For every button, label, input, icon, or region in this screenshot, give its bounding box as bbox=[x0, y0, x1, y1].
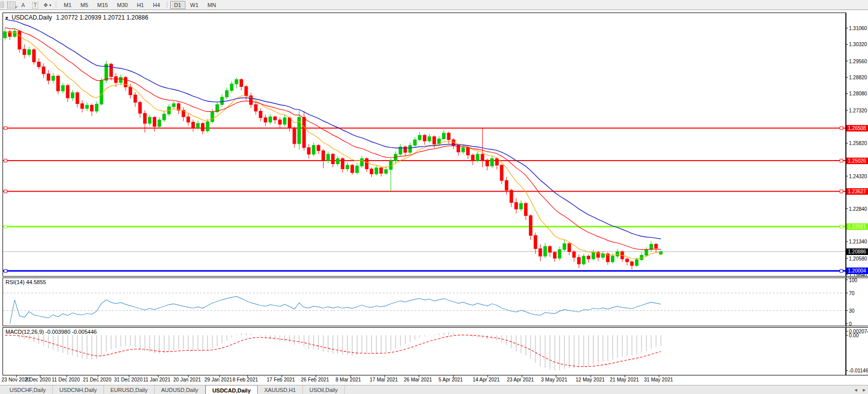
price-axis-label: 1.29560 bbox=[849, 59, 867, 64]
date-label: 21 Dec 2020 bbox=[83, 377, 112, 382]
top-toolbar: F A T ❖ ▾ M1M5M15M30H1H4D1W1MN bbox=[0, 0, 868, 10]
timeframe-toolbar: M1M5M15M30H1H4D1W1MN bbox=[59, 1, 221, 9]
toolbar-separator bbox=[167, 2, 168, 8]
macd-axis-label: 0.00 bbox=[849, 333, 858, 338]
letter-a-icon: A bbox=[21, 2, 25, 9]
line-handle bbox=[4, 225, 7, 228]
collapse-triangle-icon[interactable]: ▼ bbox=[5, 16, 9, 21]
ohlc-values-label: 1.20772 1.20939 1.20721 1.20886 bbox=[56, 14, 149, 21]
letter-t-icon: T bbox=[32, 2, 38, 9]
rsi-axis-label: 30 bbox=[849, 308, 854, 314]
macd-indicator-label: MACD(12,26,9) -0.003980 -0.005446 bbox=[6, 329, 97, 335]
chart-tab-audusd[interactable]: AUDUSD,Daily bbox=[155, 385, 205, 394]
line-handle bbox=[4, 126, 7, 129]
date-label: 17 Feb 2021 bbox=[267, 377, 295, 382]
timeframe-button-m5[interactable]: M5 bbox=[76, 1, 92, 9]
date-label: 23 Apr 2021 bbox=[507, 377, 534, 382]
hline-price-label: 1.23627 bbox=[846, 188, 868, 195]
line-handle bbox=[840, 190, 843, 193]
chart-tab-usdchf[interactable]: USDCHF,Daily bbox=[3, 385, 53, 394]
date-label: 31 Dec 2020 bbox=[114, 377, 143, 382]
timeframe-button-mn[interactable]: MN bbox=[203, 1, 220, 9]
date-label: 21 May 2021 bbox=[610, 377, 639, 382]
price-axis-label: 1.31060 bbox=[849, 26, 867, 31]
chart-grid-button[interactable]: F bbox=[6, 1, 16, 9]
dropdown-caret-icon: ▾ bbox=[49, 2, 51, 9]
price-axis-label: 1.28820 bbox=[849, 75, 867, 80]
price-axis-label: 1.20580 bbox=[849, 256, 867, 261]
price-axis-label: 1.24320 bbox=[849, 174, 867, 179]
macd-axis-label: -0.011462 bbox=[849, 368, 868, 373]
text-label-button[interactable]: T bbox=[30, 1, 40, 9]
date-label: 8 Feb 2021 bbox=[233, 377, 258, 382]
date-label: 11 Dec 2020 bbox=[52, 377, 80, 382]
price-axis-label: 1.21340 bbox=[849, 239, 867, 244]
timeframe-button-m30[interactable]: M30 bbox=[113, 1, 132, 9]
timeframe-button-h1[interactable]: H1 bbox=[133, 1, 148, 9]
symbol-period-label: USDCAD,Daily bbox=[12, 14, 52, 21]
date-label: 2 Dec 2020 bbox=[25, 377, 51, 382]
date-label: 8 Mar 2021 bbox=[336, 377, 361, 382]
date-label: 31 May 2021 bbox=[644, 377, 673, 382]
timeframe-button-w1[interactable]: W1 bbox=[186, 1, 203, 9]
hline-price-label: 1.26508 bbox=[846, 125, 868, 132]
chart-tab-usdcad[interactable]: USDCAD,Daily bbox=[205, 385, 258, 394]
hline-price-label: 1.22021 bbox=[846, 223, 868, 230]
mt4-terminal-window: { "toolbar": { "grid_icon_text": "F", "f… bbox=[0, 0, 868, 394]
line-handle bbox=[840, 270, 843, 273]
rsi-axis-label: 100 bbox=[849, 278, 857, 283]
date-label: 26 Feb 2021 bbox=[301, 377, 329, 382]
date-label: 14 Apr 2021 bbox=[473, 377, 500, 382]
tab-scroll-left-button[interactable]: ◄ bbox=[853, 387, 858, 393]
rsi-axis-label: 70 bbox=[849, 291, 854, 296]
price-axis-label: 1.22840 bbox=[849, 206, 867, 212]
chart-tab-eurusd[interactable]: EURUSD,Daily bbox=[104, 385, 155, 394]
date-label: 3 May 2021 bbox=[541, 377, 567, 382]
chart-tabs: USDCHF,DailyUSDCNH,DailyEURUSD,DailyAUDU… bbox=[3, 385, 345, 394]
chart-tab-usoil[interactable]: USOil,Daily bbox=[303, 385, 345, 394]
timeframe-button-m1[interactable]: M1 bbox=[60, 1, 75, 9]
arrows-icon: ❖ bbox=[43, 2, 48, 9]
date-label: 29 Jan 2021 bbox=[204, 377, 232, 382]
chart-tab-xauusd[interactable]: XAUUSD,H1 bbox=[258, 385, 303, 394]
tab-scroll-right-button[interactable]: ► bbox=[862, 387, 866, 393]
line-handle bbox=[840, 225, 843, 228]
line-handle bbox=[4, 190, 7, 193]
hline-price-label: 1.20004 bbox=[846, 268, 868, 274]
chart-symbol-title[interactable]: ▼USDCAD,Daily1.20772 1.20939 1.20721 1.2… bbox=[5, 14, 148, 21]
grid-f-icon: F bbox=[7, 2, 16, 9]
chart-tab-usdcnh[interactable]: USDCNH,Daily bbox=[53, 385, 104, 394]
date-label: 17 Mar 2021 bbox=[370, 377, 398, 382]
price-axis-label: 1.28080 bbox=[849, 91, 867, 96]
font-button[interactable]: A bbox=[18, 1, 28, 9]
toolbar-separator bbox=[56, 2, 57, 8]
rsi-axis-label: 0 bbox=[849, 321, 852, 327]
chart-canvas[interactable] bbox=[0, 0, 868, 394]
timeframe-button-m15[interactable]: M15 bbox=[93, 1, 112, 9]
line-handle bbox=[4, 270, 7, 273]
tab-scroll-buttons: ◄ ► bbox=[853, 387, 866, 393]
toolbar-grip[interactable] bbox=[1, 2, 4, 8]
hline-price-label: 1.25026 bbox=[846, 158, 868, 164]
current-price-label: 1.20886 bbox=[846, 248, 868, 255]
timeframe-button-d1[interactable]: D1 bbox=[170, 1, 185, 9]
date-label: 26 Mar 2021 bbox=[404, 377, 432, 382]
date-label: 20 Jan 2021 bbox=[173, 377, 201, 382]
price-axis-label: 1.30320 bbox=[849, 42, 867, 47]
timeframe-button-h4[interactable]: H4 bbox=[149, 1, 164, 9]
line-handle bbox=[840, 159, 843, 162]
arrow-objects-button[interactable]: ❖ ▾ bbox=[42, 1, 52, 9]
rsi-indicator-label: RSI(14) 44.5855 bbox=[6, 279, 46, 285]
price-axis-label: 1.25820 bbox=[849, 141, 867, 146]
price-axis-label: 1.27320 bbox=[849, 108, 867, 113]
date-label: 12 May 2021 bbox=[576, 377, 605, 382]
chart-tabs-bar: USDCHF,DailyUSDCNH,DailyEURUSD,DailyAUDU… bbox=[0, 385, 868, 394]
line-handle bbox=[4, 159, 7, 162]
line-handle bbox=[840, 126, 843, 129]
date-label: 5 Apr 2021 bbox=[439, 377, 463, 382]
date-label: 11 Jan 2021 bbox=[143, 377, 170, 382]
